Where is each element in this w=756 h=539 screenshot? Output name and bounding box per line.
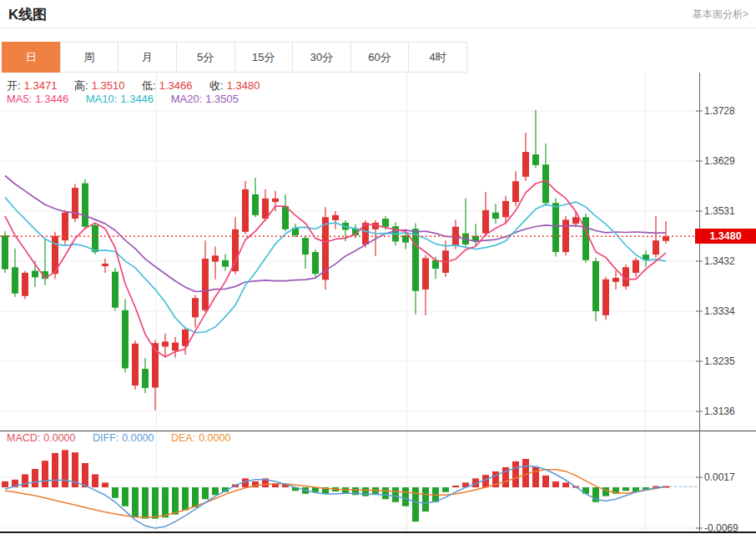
- svg-text:1.3334: 1.3334: [704, 305, 735, 317]
- svg-text:1.3235: 1.3235: [704, 355, 735, 367]
- svg-text:1.3728: 1.3728: [704, 105, 735, 117]
- svg-text:1.3629: 1.3629: [704, 155, 735, 167]
- current-price-badge: 1.3480: [695, 229, 756, 244]
- svg-text:1.3432: 1.3432: [704, 255, 735, 267]
- svg-text:-0.0069: -0.0069: [704, 522, 738, 534]
- candlestick-chart[interactable]: 1.37281.36291.35311.34321.33341.32351.31…: [0, 0, 756, 539]
- svg-text:1.3136: 1.3136: [704, 406, 735, 417]
- svg-text:0.0017: 0.0017: [704, 471, 735, 483]
- svg-text:1.3531: 1.3531: [704, 205, 735, 217]
